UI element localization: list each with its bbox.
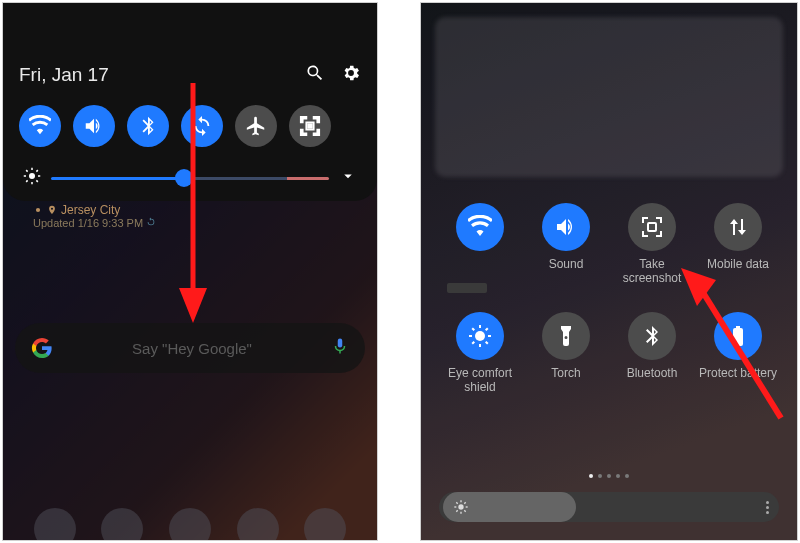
flashlight-icon bbox=[554, 324, 578, 348]
svg-line-24 bbox=[456, 510, 457, 511]
dock-app[interactable] bbox=[304, 508, 346, 541]
phone-screenshot-right: Sound Take screenshot Mobile data Eye co… bbox=[420, 2, 798, 541]
google-logo-icon bbox=[31, 337, 53, 359]
svg-point-1 bbox=[29, 173, 35, 179]
screenshot-icon bbox=[299, 115, 321, 137]
tile-label: Protect battery bbox=[699, 366, 777, 394]
speaker-icon bbox=[83, 115, 105, 137]
dock-app[interactable] bbox=[101, 508, 143, 541]
svg-line-12 bbox=[486, 341, 488, 343]
dock-app[interactable] bbox=[34, 508, 76, 541]
tile-bluetooth[interactable]: Bluetooth bbox=[609, 312, 695, 395]
sun-icon bbox=[468, 324, 492, 348]
screenshot-icon bbox=[640, 215, 664, 239]
tile-auto-rotate[interactable] bbox=[181, 105, 223, 147]
tile-label: Torch bbox=[551, 366, 580, 394]
page-dot[interactable] bbox=[589, 474, 593, 478]
sync-icon bbox=[191, 115, 213, 137]
weather-location: Jersey City bbox=[33, 203, 156, 217]
page-dot[interactable] bbox=[607, 474, 611, 478]
brightness-icon bbox=[453, 499, 469, 515]
speaker-icon bbox=[554, 215, 578, 239]
tile-bluetooth[interactable] bbox=[127, 105, 169, 147]
svg-line-13 bbox=[472, 341, 474, 343]
quick-tiles-row bbox=[19, 105, 361, 147]
bluetooth-icon bbox=[137, 115, 159, 137]
tile-mobile-data[interactable]: Mobile data bbox=[695, 203, 781, 286]
svg-point-4 bbox=[36, 208, 40, 212]
media-preview-area bbox=[435, 17, 783, 177]
page-indicator bbox=[589, 474, 629, 478]
battery-icon bbox=[726, 324, 750, 348]
svg-rect-5 bbox=[648, 223, 656, 231]
tile-wifi[interactable] bbox=[437, 203, 523, 286]
quick-tiles-grid: Sound Take screenshot Mobile data Eye co… bbox=[421, 203, 797, 395]
svg-line-22 bbox=[456, 502, 457, 503]
tile-label: Bluetooth bbox=[627, 366, 678, 394]
page-dot[interactable] bbox=[598, 474, 602, 478]
svg-line-11 bbox=[472, 328, 474, 330]
chevron-down-icon[interactable] bbox=[339, 167, 357, 189]
data-arrows-icon bbox=[726, 215, 750, 239]
svg-rect-0 bbox=[307, 123, 313, 129]
svg-line-14 bbox=[486, 328, 488, 330]
tile-screenshot[interactable] bbox=[289, 105, 331, 147]
tile-label: Sound bbox=[549, 257, 584, 285]
tile-protect-battery[interactable]: Protect battery bbox=[695, 312, 781, 395]
slider-thumb[interactable] bbox=[175, 169, 193, 187]
bluetooth-icon bbox=[640, 324, 664, 348]
page-dot[interactable] bbox=[625, 474, 629, 478]
tile-label: Take screenshot bbox=[609, 257, 695, 286]
wifi-icon bbox=[29, 115, 51, 137]
tile-airplane[interactable] bbox=[235, 105, 277, 147]
tile-eye-comfort[interactable]: Eye comfort shield bbox=[437, 312, 523, 395]
svg-point-6 bbox=[475, 331, 485, 341]
more-icon[interactable] bbox=[766, 501, 769, 514]
tile-wifi[interactable] bbox=[19, 105, 61, 147]
phone-screenshot-left: Fri, Jan 17 bbox=[2, 2, 378, 541]
google-search-bar[interactable]: Say "Hey Google" bbox=[15, 323, 365, 373]
dock-app[interactable] bbox=[169, 508, 211, 541]
page-dot[interactable] bbox=[616, 474, 620, 478]
weather-updated: Updated 1/16 9:33 PM bbox=[33, 217, 156, 229]
brightness-slider[interactable] bbox=[51, 177, 329, 180]
weather-widget[interactable]: Jersey City Updated 1/16 9:33 PM bbox=[33, 203, 156, 229]
tile-label: Eye comfort shield bbox=[437, 366, 523, 395]
dock-app[interactable] bbox=[237, 508, 279, 541]
svg-line-23 bbox=[464, 510, 465, 511]
search-placeholder: Say "Hey Google" bbox=[53, 340, 331, 357]
brightness-row bbox=[19, 167, 361, 189]
tile-sound[interactable] bbox=[73, 105, 115, 147]
tile-label: Mobile data bbox=[707, 257, 769, 285]
panel-header: Fri, Jan 17 bbox=[19, 63, 361, 87]
airplane-icon bbox=[245, 115, 267, 137]
tile-sound[interactable]: Sound bbox=[523, 203, 609, 286]
svg-point-17 bbox=[458, 504, 463, 509]
wifi-name-redacted bbox=[447, 283, 487, 293]
brightness-slider[interactable] bbox=[439, 492, 779, 522]
brightness-icon bbox=[23, 167, 41, 189]
gear-icon[interactable] bbox=[341, 63, 361, 87]
tile-torch[interactable]: Torch bbox=[523, 312, 609, 395]
svg-line-25 bbox=[464, 502, 465, 503]
quick-settings-panel: Fri, Jan 17 bbox=[3, 3, 377, 201]
tile-screenshot[interactable]: Take screenshot bbox=[609, 203, 695, 286]
wifi-icon bbox=[468, 215, 492, 239]
brightness-fill bbox=[443, 492, 576, 522]
dock bbox=[3, 508, 377, 541]
date-label: Fri, Jan 17 bbox=[19, 64, 109, 86]
search-icon[interactable] bbox=[305, 63, 325, 87]
mic-icon[interactable] bbox=[331, 337, 349, 359]
